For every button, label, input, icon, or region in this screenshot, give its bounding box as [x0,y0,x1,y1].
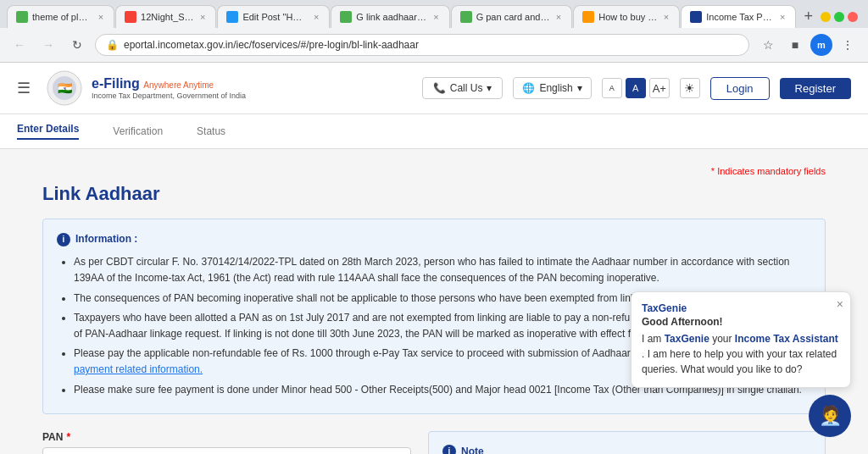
tab-close-btn[interactable]: × [198,11,207,23]
language-label: English [539,82,572,94]
tab-close-btn[interactable]: × [554,11,563,23]
header-actions: 📞 Call Us ▾ 🌐 English ▾ A A A+ ☀ Login R… [422,77,851,100]
call-us-label: Call Us [450,82,483,94]
chatbot-avatar[interactable]: 🧑‍💼 [809,395,851,437]
pan-required: * [66,431,70,443]
info-bullet-1: As per CBDT circular F. No. 370142/14/20… [74,254,811,286]
login-btn[interactable]: Login [710,77,770,100]
step-verification: Verification [113,125,163,137]
info-icon: i [57,233,70,246]
register-btn[interactable]: Register [780,78,851,99]
tab-label: theme of play "the ... [32,12,92,22]
logo-text: e-Filing Anywhere Anytime Income Tax Dep… [92,76,246,100]
chatbot-close-btn[interactable]: × [837,297,843,311]
phone-icon: 📞 [433,82,446,94]
step-enter-details: Enter Details [17,123,79,140]
tab-5[interactable]: G pan card and aadha ... × [451,5,573,28]
call-us-btn[interactable]: 📞 Call Us ▾ [422,77,504,99]
bookmark-btn[interactable]: ☆ [756,33,780,57]
tab-favicon [460,11,472,23]
browser-actions: ☆ ■ m ⋮ [756,33,860,57]
lang-chevron-icon: ▾ [577,82,582,94]
url-text: eportal.incometax.gov.in/iec/foservices/… [124,39,738,51]
tab-2[interactable]: 12Night_Script.pdf × [115,5,216,28]
tagline: Anywhere Anytime [143,80,214,90]
browser-chrome: theme of play "the ... × 12Night_Script.… [0,0,868,63]
text-size-large-btn[interactable]: A+ [649,78,670,98]
form-section: PAN * Aadhaar Number * i [42,431,411,454]
tab-favicon [582,11,594,23]
step-status: Status [197,125,225,137]
contrast-btn[interactable]: ☀ [680,78,700,98]
note-header-text: Note [461,444,484,454]
site-header: ☰ 🇮🇳 e-Filing Anywhere Anytime Income Ta… [0,63,868,114]
pan-label: PAN * [42,431,411,443]
tab-favicon [226,11,238,23]
extensions-btn[interactable]: ■ [783,33,807,57]
tab-close-btn[interactable]: × [431,11,440,23]
secure-icon: 🔒 [106,39,119,51]
tab-close-btn[interactable]: × [97,11,105,23]
close-btn[interactable] [848,12,858,22]
tab-7-active[interactable]: Income Tax Portal, e ... × [681,5,796,28]
address-bar[interactable]: 🔒 eportal.incometax.gov.in/iec/foservice… [95,34,749,56]
tab-close-btn[interactable]: × [778,11,787,23]
profile-avatar[interactable]: m [810,34,832,56]
reload-btn[interactable]: ↻ [66,34,88,56]
info-header: i Information : [57,231,811,247]
tab-1[interactable]: theme of play "the ... × [7,5,114,28]
call-chevron-icon: ▾ [487,82,492,94]
logo-emblem: 🇮🇳 [46,69,83,107]
hamburger-menu[interactable]: ☰ [17,79,31,97]
tab-3[interactable]: Edit Post "HOW TO ... × [217,5,330,28]
stepper: Enter Details Verification Status [0,114,868,149]
page-title: Link Aadhaar [42,183,826,205]
info-header-text: Information : [75,231,137,247]
chatbot-box: × TaxGenie Good Afternoon! I am TaxGenie… [631,291,851,388]
address-bar-row: ← → ↻ 🔒 eportal.incometax.gov.in/iec/fos… [0,28,868,62]
tab-label: 12Night_Script.pdf [141,12,194,22]
tab-6[interactable]: How to buy bitcoin... × [573,5,680,28]
back-nav-btn[interactable]: ← [8,34,31,56]
tab-label: G pan card and aadha ... [476,12,550,22]
chatbot-title: TaxGenie [642,302,840,314]
chatbot-brand: TaxGenie [665,333,709,345]
menu-btn[interactable]: ⋮ [836,33,860,57]
tab-label: Income Tax Portal, e ... [706,12,774,22]
chatbot-widget: × TaxGenie Good Afternoon! I am TaxGenie… [631,291,851,437]
note-info-icon: i [442,445,456,454]
tab-favicon [16,11,28,23]
mandatory-note: * Indicates mandatory fields [42,166,826,176]
tab-favicon [125,11,136,23]
new-tab-button[interactable]: + [797,8,820,25]
language-btn[interactable]: 🌐 English ▾ [513,77,591,99]
tab-favicon [340,11,352,23]
minimize-btn[interactable] [821,12,831,22]
chatbot-message: I am TaxGenie your Income Tax Assistant … [642,331,840,377]
tab-close-btn[interactable]: × [662,11,670,23]
globe-icon: 🌐 [522,82,535,94]
svg-text:🇮🇳: 🇮🇳 [58,81,73,96]
forward-nav-btn[interactable]: → [37,34,59,56]
chatbot-greeting: Good Afternoon! [642,316,840,328]
tab-close-btn[interactable]: × [312,11,320,23]
note-header: i Note [442,444,811,454]
site-logo: ☰ 🇮🇳 e-Filing Anywhere Anytime Income Ta… [17,69,246,107]
maximize-btn[interactable] [834,12,844,22]
pan-input[interactable] [42,447,411,454]
tab-favicon [690,11,702,23]
pan-form-group: PAN * [42,431,411,454]
tab-bar: theme of play "the ... × 12Night_Script.… [0,0,868,28]
chatbot-assistant-label: Income Tax Assistant [735,333,838,345]
tab-4[interactable]: G link aadhaar to pan ... × [331,5,449,28]
text-size-small-btn[interactable]: A [602,78,622,98]
text-size-medium-btn[interactable]: A [626,78,646,98]
chatbot-avatar-img: 🧑‍💼 [819,405,842,427]
efiling-brand: e-Filing Anywhere Anytime [92,76,246,91]
tab-label: Edit Post "HOW TO ... [242,12,308,22]
tab-label: G link aadhaar to pan ... [356,12,427,22]
tab-label: How to buy bitcoin... [598,12,658,22]
text-size-controls: A A A+ [602,78,670,98]
logo-subtitle: Income Tax Department, Government of Ind… [92,91,246,100]
